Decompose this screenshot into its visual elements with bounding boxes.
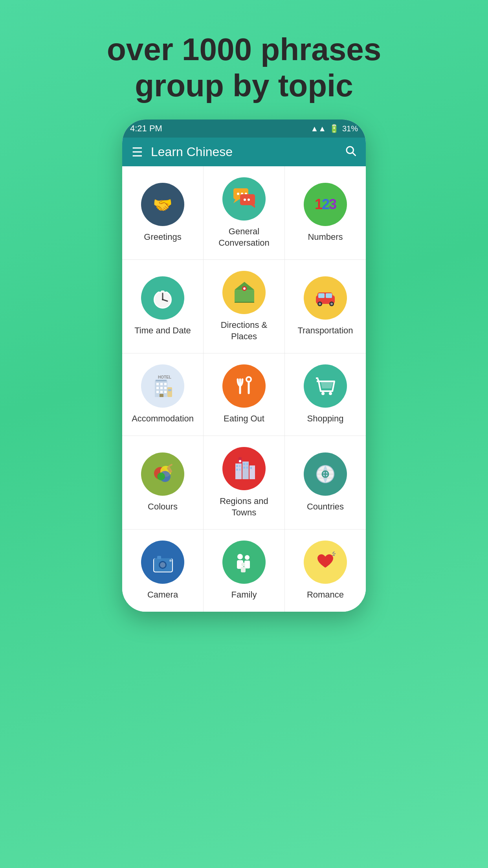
label-camera: Camera bbox=[147, 589, 178, 601]
svg-marker-12 bbox=[251, 205, 255, 208]
svg-point-10 bbox=[244, 199, 246, 201]
svg-line-96 bbox=[333, 554, 336, 554]
svg-rect-71 bbox=[250, 467, 252, 469]
icon-romance bbox=[304, 541, 347, 584]
svg-rect-47 bbox=[168, 389, 171, 391]
svg-rect-36 bbox=[156, 383, 159, 385]
grid-cell-shopping[interactable]: Shopping bbox=[285, 353, 366, 436]
svg-line-95 bbox=[332, 552, 334, 554]
label-colours: Colours bbox=[148, 501, 178, 513]
svg-rect-18 bbox=[164, 289, 167, 292]
svg-line-58 bbox=[169, 465, 172, 466]
menu-button[interactable]: ☰ bbox=[132, 146, 143, 158]
svg-rect-69 bbox=[243, 467, 245, 469]
svg-rect-17 bbox=[159, 289, 161, 292]
promo-line1: over 1000 phrases bbox=[107, 31, 381, 68]
label-numbers: Numbers bbox=[308, 232, 343, 243]
battery-icon: 🔋 bbox=[329, 124, 339, 133]
icon-accommodation: HOTEL bbox=[141, 364, 184, 408]
label-regions-towns: Regions and Towns bbox=[210, 496, 278, 518]
svg-point-74 bbox=[239, 460, 241, 462]
app-title: Learn Chinese bbox=[151, 145, 337, 159]
icon-general-conversation bbox=[222, 177, 266, 221]
grid-cell-romance[interactable]: Romance bbox=[285, 530, 366, 612]
icon-time-and-date bbox=[141, 276, 184, 320]
app-toolbar: ☰ Learn Chinese bbox=[122, 138, 366, 166]
svg-point-57 bbox=[157, 473, 165, 480]
svg-marker-8 bbox=[233, 199, 239, 203]
icon-regions-towns bbox=[222, 447, 266, 490]
icon-directions-places bbox=[222, 271, 266, 314]
svg-point-52 bbox=[321, 392, 325, 395]
battery-percent: 31% bbox=[342, 124, 358, 133]
svg-point-93 bbox=[241, 563, 245, 566]
svg-rect-65 bbox=[243, 463, 245, 465]
label-general-conversation: General Conversation bbox=[210, 226, 278, 248]
grid-cell-accommodation[interactable]: HOTEL Accommodation bbox=[122, 353, 203, 436]
search-button[interactable] bbox=[345, 145, 356, 159]
grid-cell-family[interactable]: Family bbox=[204, 530, 284, 612]
icon-transportation bbox=[304, 276, 347, 320]
grid-cell-regions-towns[interactable]: Regions and Towns bbox=[204, 436, 284, 529]
svg-point-53 bbox=[329, 392, 332, 395]
grid-cell-camera[interactable]: Camera bbox=[122, 530, 203, 612]
icon-eating-out bbox=[222, 364, 266, 408]
grid-cell-colours[interactable]: Colours bbox=[122, 436, 203, 529]
svg-rect-66 bbox=[246, 463, 248, 465]
icon-colours bbox=[141, 452, 184, 496]
grid-cell-countries[interactable]: Countries bbox=[285, 436, 366, 529]
svg-point-88 bbox=[169, 559, 172, 562]
svg-rect-40 bbox=[160, 387, 163, 389]
svg-point-23 bbox=[243, 287, 246, 290]
svg-rect-64 bbox=[239, 465, 240, 467]
label-countries: Countries bbox=[307, 501, 344, 513]
svg-rect-28 bbox=[326, 293, 332, 298]
svg-rect-70 bbox=[246, 467, 248, 469]
grid-cell-eating-out[interactable]: Eating Out bbox=[204, 353, 284, 436]
topic-grid: 🤝 Greetings bbox=[122, 166, 366, 612]
grid-cell-time-and-date[interactable]: Time and Date bbox=[122, 260, 203, 353]
svg-rect-39 bbox=[156, 387, 159, 389]
label-accommodation: Accommodation bbox=[132, 413, 194, 425]
svg-rect-94 bbox=[241, 567, 246, 572]
svg-rect-42 bbox=[156, 391, 159, 393]
svg-rect-45 bbox=[160, 394, 163, 397]
svg-line-1 bbox=[353, 153, 355, 155]
svg-point-11 bbox=[248, 199, 250, 201]
label-directions-places: Directions & Places bbox=[210, 320, 278, 342]
svg-rect-34 bbox=[156, 380, 167, 381]
svg-rect-44 bbox=[164, 391, 167, 393]
svg-point-5 bbox=[237, 193, 239, 195]
grid-cell-numbers[interactable]: 123 Numbers bbox=[285, 166, 366, 259]
label-shopping: Shopping bbox=[307, 413, 344, 425]
svg-rect-20 bbox=[235, 290, 254, 302]
svg-point-0 bbox=[347, 147, 354, 154]
grid-cell-transportation[interactable]: Transportation bbox=[285, 260, 366, 353]
icon-family bbox=[222, 541, 266, 584]
svg-point-91 bbox=[245, 555, 250, 560]
svg-text:🤝: 🤝 bbox=[153, 195, 172, 214]
svg-rect-46 bbox=[167, 387, 172, 397]
svg-rect-38 bbox=[164, 383, 167, 385]
phone-frame: 4:21 PM ▲▲ 🔋 31% ☰ Learn Chinese 🤝 bbox=[122, 120, 366, 612]
icon-greetings: 🤝 bbox=[141, 183, 184, 226]
status-time: 4:21 PM bbox=[130, 123, 162, 134]
label-greetings: Greetings bbox=[144, 232, 181, 243]
grid-cell-directions-places[interactable]: Directions & Places bbox=[204, 260, 284, 353]
grid-cell-general-conversation[interactable]: General Conversation bbox=[204, 166, 284, 259]
svg-text:HOTEL: HOTEL bbox=[158, 375, 171, 379]
label-romance: Romance bbox=[307, 589, 344, 601]
svg-rect-27 bbox=[318, 293, 325, 298]
icon-numbers: 123 bbox=[304, 183, 347, 226]
svg-rect-87 bbox=[157, 556, 161, 559]
svg-rect-63 bbox=[236, 465, 238, 467]
svg-rect-68 bbox=[239, 469, 240, 471]
promo-line2: group by topic bbox=[107, 68, 381, 104]
signal-icon: ▲▲ bbox=[310, 124, 326, 133]
grid-cell-greetings[interactable]: 🤝 Greetings bbox=[122, 166, 203, 259]
svg-point-30 bbox=[319, 303, 321, 305]
label-time-and-date: Time and Date bbox=[134, 325, 191, 337]
svg-point-89 bbox=[237, 554, 243, 559]
svg-point-32 bbox=[330, 303, 333, 305]
icon-countries bbox=[304, 452, 347, 496]
